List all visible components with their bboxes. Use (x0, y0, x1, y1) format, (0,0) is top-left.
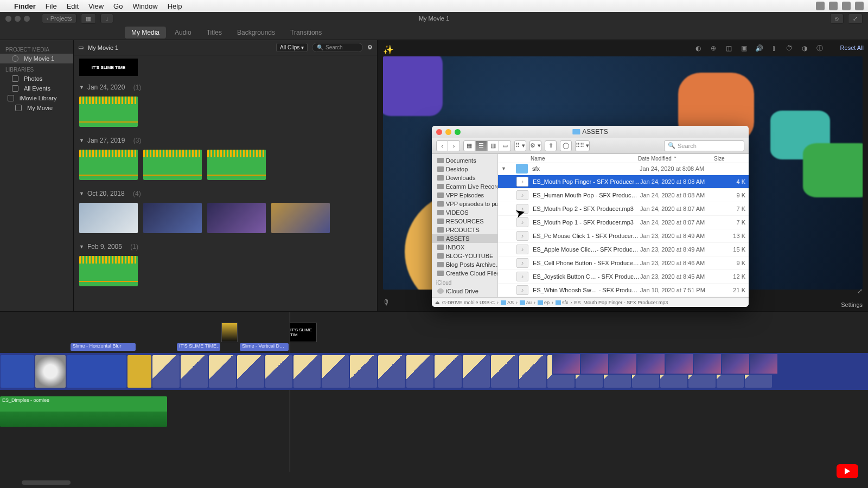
import-button[interactable]: ↓ (100, 14, 113, 23)
sidebar-photos[interactable]: Photos (0, 74, 73, 84)
clip-thumbnail[interactable] (207, 203, 266, 233)
clip-thumbnail[interactable] (79, 97, 138, 127)
file-row[interactable]: ♪ES_Pc Mouse Click 1 - SFX Producer.mp3J… (498, 229, 749, 243)
video-clip[interactable] (209, 355, 236, 388)
tab-audio[interactable]: Audio (168, 27, 198, 38)
clip-thumbnail[interactable] (271, 203, 330, 233)
folder-row[interactable]: ▼ sfxJan 24, 2020 at 8:08 AM (498, 163, 749, 175)
file-row[interactable]: ♪ES_Apple Mouse Clic…- SFX Producer.mp3J… (498, 243, 749, 256)
sidebar-item[interactable]: RESOURCES (432, 217, 497, 226)
video-track-upper[interactable] (552, 353, 868, 375)
finder-titlebar[interactable]: ASSETS (432, 126, 749, 138)
video-clip[interactable] (463, 355, 490, 388)
sidebar-item[interactable]: VPP episodes to pu… (432, 200, 497, 208)
menubar-status-icon[interactable] (842, 2, 851, 10)
video-clip[interactable] (519, 355, 546, 388)
sidebar-all-events[interactable]: All Events (0, 84, 73, 93)
info-icon[interactable]: ⓘ (815, 43, 825, 53)
menubar-app[interactable]: Finder (14, 2, 36, 10)
column-headers[interactable]: Name Date Modified ⌃ Size (498, 154, 749, 163)
clip-thumbnail[interactable] (79, 203, 138, 233)
menu-help[interactable]: Help (168, 2, 182, 10)
view-gallery-button[interactable]: ▭ (499, 140, 511, 151)
color-balance-icon[interactable]: ◐ (693, 43, 703, 53)
clip-thumbnail[interactable]: IT'S SLIME TIME (79, 59, 138, 76)
share-button[interactable]: ⎋ (830, 14, 844, 24)
close-icon[interactable] (5, 16, 11, 22)
share-button[interactable]: ⇧ (545, 140, 557, 151)
video-clip[interactable] (265, 355, 292, 388)
clip-thumbnail[interactable] (207, 150, 266, 180)
noise-icon[interactable]: ⫿ (769, 43, 779, 53)
speed-icon[interactable]: ⏱ (784, 43, 794, 53)
video-clip[interactable] (181, 355, 208, 388)
sidebar-item[interactable]: Creative Cloud Files (432, 269, 497, 278)
grid-toggle-button[interactable]: ▦ (81, 14, 96, 24)
title-clip[interactable]: IT'S SLIME TIM (290, 323, 317, 342)
clip-filter-dropdown[interactable]: All Clips ▾ (276, 43, 308, 52)
date-group-header[interactable]: ▼Feb 9, 2005 (1) (79, 240, 372, 254)
view-columns-button[interactable]: ▥ (487, 140, 499, 151)
sidebar-item[interactable]: INBOX (432, 243, 497, 252)
video-clip[interactable] (406, 355, 433, 388)
title-clip[interactable] (221, 323, 238, 342)
video-clip[interactable] (67, 355, 126, 388)
menu-view[interactable]: View (88, 2, 104, 10)
tab-backgrounds[interactable]: Backgrounds (231, 27, 282, 38)
sidebar-item[interactable]: Blog Posts Archive… (432, 260, 497, 269)
video-clip[interactable] (322, 355, 349, 388)
video-clip[interactable] (491, 355, 518, 388)
sidebar-item[interactable]: VIDEOS (432, 208, 497, 217)
fullscreen-button[interactable]: ⤢ (848, 14, 863, 24)
menubar-status-icon[interactable] (855, 2, 864, 10)
menu-edit[interactable]: Edit (67, 2, 79, 10)
voiceover-icon[interactable]: 🎙 (383, 298, 391, 307)
clip-thumbnail[interactable] (143, 150, 202, 180)
zoom-icon[interactable] (455, 129, 461, 135)
menubar-status-icon[interactable] (816, 2, 825, 10)
sidebar-item-icloud[interactable]: iCloud Drive (432, 287, 497, 296)
tags-button[interactable]: ◯ (560, 140, 572, 151)
clip-thumbnail[interactable] (143, 203, 202, 233)
minimize-icon[interactable] (445, 129, 451, 135)
audio-clip[interactable]: ES_Dimples - oomiee (0, 396, 167, 427)
effect-clip[interactable]: IT'S SLIME TIME… (177, 343, 220, 351)
video-clip[interactable] (378, 355, 405, 388)
video-clip[interactable] (1, 355, 34, 388)
forward-button[interactable]: › (448, 140, 460, 151)
file-row[interactable]: ♪ES_Mouth Pop 1 - SFX Producer.mp3Jan 24… (498, 216, 749, 229)
video-clip[interactable] (293, 355, 321, 388)
video-clip[interactable] (350, 355, 377, 388)
sidebar-project[interactable]: My Movie 1 (0, 54, 73, 63)
menu-window[interactable]: Window (132, 2, 157, 10)
video-clip[interactable] (435, 355, 462, 388)
timeline[interactable]: IT'S SLIME TIM Slime - Horizontal Blur I… (0, 311, 868, 488)
arrange-button[interactable]: ⠿ ▾ (514, 140, 526, 151)
timeline-scrollbar[interactable] (22, 480, 71, 485)
crop-icon[interactable]: ◫ (724, 43, 733, 53)
effect-clip[interactable]: Slime - Vertical D… (240, 343, 289, 351)
sidebar-item-assets[interactable]: ASSETS (432, 234, 497, 243)
back-button[interactable]: ‹ (436, 140, 448, 151)
layout-toggle-icon[interactable]: ▭ (78, 44, 84, 51)
file-row[interactable]: ♪ES_Mouth Pop 2 - SFX Producer.mp3Jan 24… (498, 202, 749, 216)
action-button[interactable]: ⚙ ▾ (529, 140, 541, 151)
finder-search[interactable]: 🔍 Search (664, 140, 744, 151)
youtube-icon[interactable] (837, 464, 858, 478)
sidebar-item[interactable]: Ecamm Live Record… (432, 182, 497, 191)
video-clip[interactable] (237, 355, 264, 388)
video-clip[interactable] (127, 355, 151, 388)
magic-wand-icon[interactable]: ✨ (383, 44, 394, 55)
expand-icon[interactable]: ⤢ (857, 287, 863, 295)
sidebar-item[interactable]: PRODUCTS (432, 226, 497, 234)
dropdown-button[interactable]: ⠿⠿ ▾ (575, 140, 590, 151)
sidebar-event[interactable]: My Movie (0, 103, 73, 113)
sidebar-item-documents[interactable]: Documents (432, 156, 497, 165)
date-group-header[interactable]: ▼Jan 24, 2020 (1) (79, 80, 372, 94)
stabilize-icon[interactable]: ▣ (739, 43, 749, 53)
date-group-header[interactable]: ▼Jan 27, 2019 (3) (79, 133, 372, 147)
tab-titles[interactable]: Titles (200, 27, 228, 38)
clip-thumbnail[interactable] (79, 150, 138, 180)
minimize-icon[interactable] (15, 16, 21, 22)
tab-transitions[interactable]: Transitions (284, 27, 328, 38)
